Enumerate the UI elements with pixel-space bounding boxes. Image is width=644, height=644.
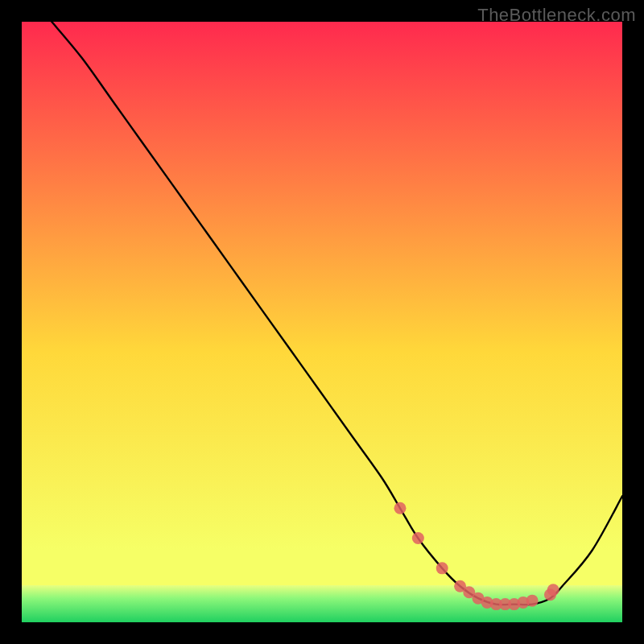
highlight-dot bbox=[412, 532, 424, 544]
watermark-label: TheBottleneck.com bbox=[477, 5, 636, 26]
highlight-dot bbox=[547, 584, 559, 596]
plot-area bbox=[22, 22, 622, 622]
highlight-dots-group bbox=[394, 502, 559, 610]
chart-frame: TheBottleneck.com bbox=[0, 0, 644, 644]
bottleneck-curve-svg bbox=[22, 22, 622, 622]
bottleneck-curve-path bbox=[52, 22, 622, 605]
highlight-dot bbox=[526, 595, 539, 607]
highlight-dot bbox=[394, 502, 406, 514]
highlight-dot bbox=[436, 562, 448, 574]
